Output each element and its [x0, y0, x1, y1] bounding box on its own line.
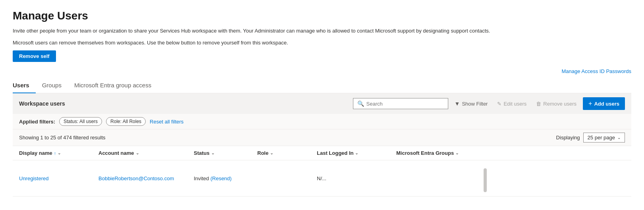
per-page-select: Displaying 25 per page ⌄ [556, 133, 625, 143]
cell-entra-groups [396, 164, 484, 192]
sort-asc-icon: ↑ [54, 151, 56, 156]
show-filter-label: Show Filter [462, 101, 488, 107]
remove-self-button[interactable]: Remove self [13, 50, 56, 62]
trash-icon: 🗑 [536, 101, 541, 107]
column-label-display-name: Display name [19, 150, 52, 156]
edit-users-button[interactable]: ✎ Edit users [494, 99, 530, 109]
display-name-link[interactable]: Unregistered [19, 175, 48, 181]
results-row: Showing 1 to 25 of 474 filtered results … [13, 129, 631, 146]
add-users-button[interactable]: + Add users [583, 97, 625, 110]
column-label-entra-groups: Microsoft Entra Groups [396, 150, 454, 156]
column-label-last-logged-in: Last Logged In [317, 150, 353, 156]
chevron-down-icon: ⌄ [270, 151, 273, 155]
cell-last-logged-in: N/... [317, 164, 396, 192]
column-header-account-name[interactable]: Account name ⌄ [98, 150, 194, 156]
search-icon: 🔍 [357, 100, 364, 107]
chevron-down-icon: ⌄ [136, 151, 139, 155]
chevron-down-icon: ⌄ [355, 151, 358, 155]
chevron-down-icon: ⌄ [58, 151, 61, 155]
table-header-row: Display name ↑ ⌄ Account name ⌄ Status ⌄… [13, 146, 631, 160]
cell-status: Invited (Resend) [194, 164, 257, 192]
tab-entra-group-access[interactable]: Microsoft Entra group access [74, 78, 158, 93]
workspace-users-label: Workspace users [19, 100, 65, 107]
column-header-scrollbar [484, 150, 499, 156]
column-header-status[interactable]: Status ⌄ [194, 150, 257, 156]
column-header-display-name[interactable]: Display name ↑ ⌄ [19, 150, 98, 156]
remove-users-button[interactable]: 🗑 Remove users [533, 99, 580, 109]
column-header-last-logged-in[interactable]: Last Logged In ⌄ [317, 150, 396, 156]
cell-display-name: Unregistered [19, 164, 98, 192]
chevron-down-icon: ⌄ [617, 135, 621, 140]
search-box: 🔍 [353, 98, 448, 109]
account-name-link[interactable]: BobbieRobertson@Contoso.com [98, 175, 174, 181]
tabs-row: Users Groups Microsoft Entra group acces… [13, 77, 631, 93]
column-label-account-name: Account name [98, 150, 134, 156]
toolbar-right: 🔍 ▼ Show Filter ✎ Edit users 🗑 Remove us… [353, 97, 625, 110]
filter-badge-role[interactable]: Role: All Roles [106, 117, 146, 126]
cell-role [257, 164, 317, 192]
results-showing-text: Showing 1 to 25 of 474 filtered results [19, 135, 106, 141]
chevron-down-icon: ⌄ [455, 151, 459, 155]
filter-badge-status[interactable]: Status: All users [59, 117, 102, 126]
scrollbar-thumb[interactable] [484, 168, 487, 192]
per-page-value: 25 per page [588, 135, 615, 141]
description-line-2: Microsoft users can remove themselves fr… [13, 39, 631, 47]
remove-users-label: Remove users [543, 101, 577, 107]
edit-users-label: Edit users [503, 101, 526, 107]
reset-all-filters-link[interactable]: Reset all filters [150, 119, 183, 125]
description-line-1: Invite other people from your team or or… [13, 27, 631, 35]
search-input[interactable] [366, 101, 444, 107]
cell-scrollbar [484, 164, 499, 192]
status-value: Invited [194, 175, 209, 181]
column-label-status: Status [194, 150, 210, 156]
column-header-role[interactable]: Role ⌄ [257, 150, 317, 156]
manage-access-link-container: Manage Access ID Passwords [13, 68, 631, 74]
column-header-entra-groups[interactable]: Microsoft Entra Groups ⌄ [396, 150, 484, 156]
per-page-dropdown[interactable]: 25 per page ⌄ [583, 133, 625, 143]
filters-row: Applied filters: Status: All users Role:… [13, 114, 631, 129]
tab-users[interactable]: Users [13, 78, 36, 93]
last-logged-in-value: N/... [317, 175, 326, 181]
table-row: Unregistered BobbieRobertson@Contoso.com… [13, 160, 631, 197]
manage-access-id-passwords-link[interactable]: Manage Access ID Passwords [561, 68, 631, 74]
column-label-role: Role [257, 150, 268, 156]
status-resend-link[interactable]: (Resend) [210, 175, 231, 181]
toolbar-section: Workspace users 🔍 ▼ Show Filter ✎ Edit u… [13, 93, 631, 114]
page-title: Manage Users [13, 10, 631, 22]
edit-icon: ✎ [497, 101, 501, 107]
displaying-label: Displaying [556, 135, 580, 141]
add-icon: + [588, 100, 592, 107]
filter-icon: ▼ [455, 100, 460, 107]
tab-groups[interactable]: Groups [42, 78, 68, 93]
cell-account-name: BobbieRobertson@Contoso.com [98, 164, 194, 192]
add-users-label: Add users [594, 101, 619, 107]
table-outer: Display name ↑ ⌄ Account name ⌄ Status ⌄… [13, 146, 631, 197]
chevron-down-icon: ⌄ [211, 151, 214, 155]
applied-filters-label: Applied filters: [19, 119, 55, 125]
show-filter-button[interactable]: ▼ Show Filter [451, 98, 491, 109]
